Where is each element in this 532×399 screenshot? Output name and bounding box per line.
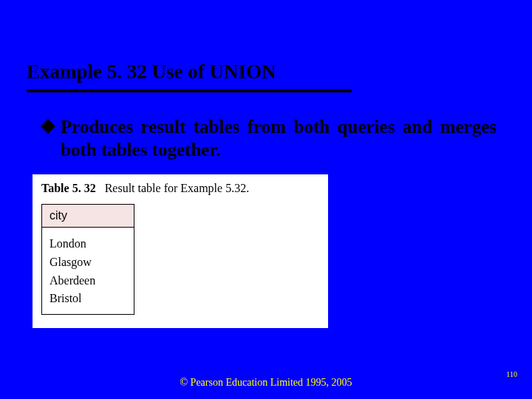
bullet-row: Produces result tables from both queries…: [43, 115, 505, 162]
table-row: Aberdeen: [50, 272, 126, 290]
title-area: Example 5. 32 Use of UNION: [27, 61, 505, 92]
footer-copyright: © Pearson Education Limited 1995, 2005: [0, 377, 532, 389]
city-list: London Glasgow Aberdeen Bristol: [50, 235, 126, 308]
figure-caption-rest: Result table for Example 5.32.: [105, 182, 250, 194]
table-row: Bristol: [50, 290, 126, 308]
page-number: 110: [506, 370, 517, 378]
result-table: city London Glasgow Aberdeen Bristol: [41, 204, 134, 315]
figure-caption-bold: Table 5. 32: [41, 182, 96, 194]
figure-panel: Table 5. 32 Result table for Example 5.3…: [33, 174, 328, 328]
table-row: Glasgow: [50, 253, 126, 272]
bullet-text: Produces result tables from both queries…: [61, 115, 497, 162]
figure-caption: Table 5. 32 Result table for Example 5.3…: [41, 182, 319, 195]
title-underline: [27, 89, 352, 92]
slide-title: Example 5. 32 Use of UNION: [27, 61, 505, 88]
table-header-city: city: [42, 205, 134, 228]
diamond-bullet-icon: [41, 119, 55, 134]
table-row: London: [50, 235, 126, 253]
